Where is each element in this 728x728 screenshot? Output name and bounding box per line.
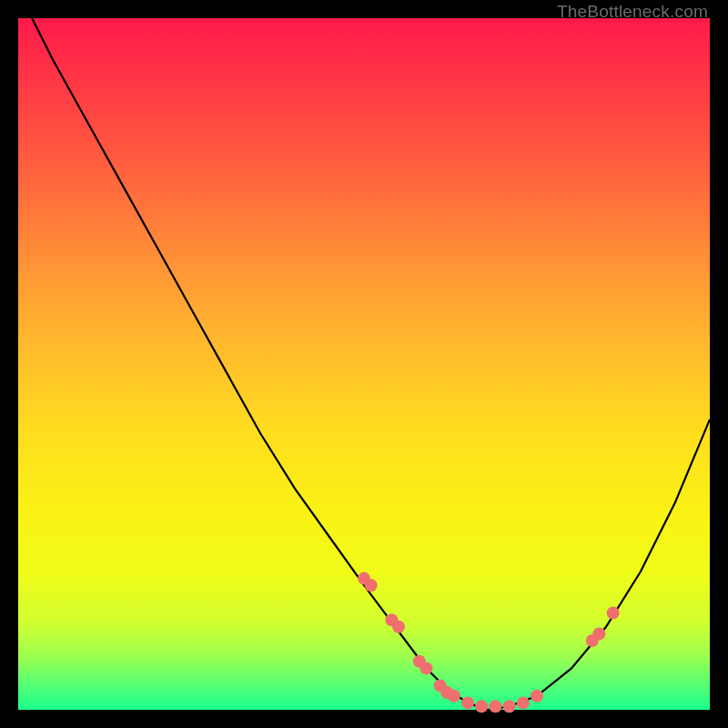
highlight-dots-group	[358, 572, 620, 713]
highlight-dot	[420, 662, 432, 674]
highlight-dot	[448, 690, 460, 703]
chart-svg	[18, 18, 710, 710]
highlight-dot	[592, 627, 605, 640]
highlight-dot	[475, 700, 488, 713]
highlight-dot	[392, 621, 405, 633]
highlight-dot	[503, 700, 516, 713]
watermark-text: TheBottleneck.com	[557, 2, 708, 22]
highlight-dot	[461, 696, 474, 709]
highlight-dot	[489, 700, 501, 713]
bottleneck-curve	[32, 18, 710, 710]
highlight-dot	[517, 696, 530, 709]
highlight-dot	[607, 607, 620, 620]
highlight-dot	[365, 579, 378, 592]
highlight-dot	[531, 690, 543, 703]
chart-gradient-background	[18, 18, 710, 710]
